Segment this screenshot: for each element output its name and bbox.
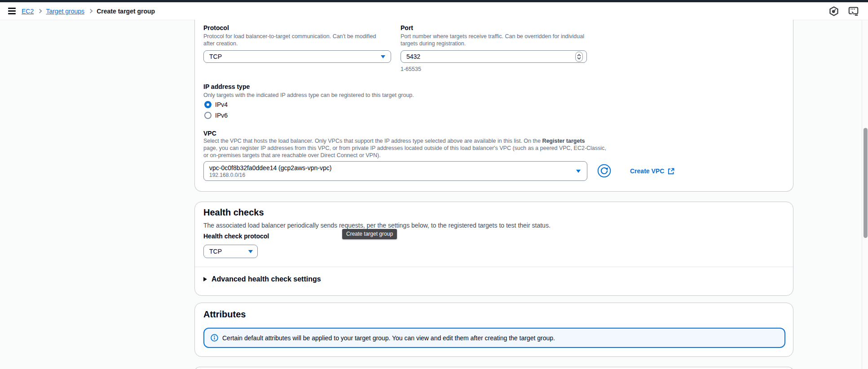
info-alert: Certain default attributes will be appli… bbox=[203, 328, 785, 348]
vpc-select[interactable]: vpc-0c0f8b32fa0ddee14 (gcp2aws-vpn-vpc) … bbox=[203, 161, 587, 181]
port-help-line1: Port number where targets receive traffi… bbox=[401, 33, 584, 40]
radio-ipv6[interactable]: IPv6 bbox=[204, 112, 228, 119]
refresh-vpc-button[interactable] bbox=[597, 164, 611, 178]
port-range-hint: 1-65535 bbox=[401, 66, 421, 72]
vpc-help-line3: or on-premises targets that are reachabl… bbox=[203, 152, 381, 158]
radio-ipv6-label: IPv6 bbox=[215, 112, 228, 119]
attributes-title: Attributes bbox=[203, 309, 246, 320]
external-link-icon bbox=[668, 168, 674, 175]
breadcrumb-link-target-groups[interactable]: Target groups bbox=[46, 8, 84, 15]
breadcrumb-link-ec2[interactable]: EC2 bbox=[22, 8, 34, 15]
info-alert-text: Certain default attributes will be appli… bbox=[222, 334, 555, 342]
protocol-select[interactable]: TCP bbox=[203, 50, 391, 63]
health-checks-description: The associated load balancer periodicall… bbox=[203, 222, 551, 229]
chevron-down-icon bbox=[248, 250, 253, 253]
extension-hexagon-record-icon[interactable] bbox=[828, 6, 839, 17]
breadcrumb: EC2 Target groups Create target group bbox=[22, 8, 155, 15]
vpc-help-line2: page, you can register IP addresses from… bbox=[203, 145, 606, 151]
tooltip: Create target group bbox=[342, 229, 397, 239]
health-check-protocol-label: Health check protocol bbox=[203, 233, 269, 240]
basic-configuration-card: Protocol Protocol for load balancer-to-t… bbox=[194, 20, 793, 192]
chevron-right-icon bbox=[38, 9, 42, 13]
health-checks-title: Health checks bbox=[203, 207, 264, 218]
next-section-card-edge bbox=[194, 367, 793, 369]
port-label: Port bbox=[401, 24, 413, 31]
number-stepper-icon[interactable] bbox=[575, 52, 583, 62]
port-help-line2: targets during registration. bbox=[401, 40, 466, 47]
breadcrumb-bar: EC2 Target groups Create target group bbox=[0, 2, 868, 20]
protocol-select-value: TCP bbox=[204, 53, 222, 60]
protocol-help-line2: after creation. bbox=[203, 40, 238, 47]
breadcrumb-current-page: Create target group bbox=[97, 8, 155, 15]
port-input[interactable]: 5432 bbox=[401, 50, 587, 63]
radio-ipv4[interactable]: IPv4 bbox=[204, 101, 228, 108]
radio-unselected-icon[interactable] bbox=[204, 112, 211, 119]
advanced-health-check-settings-toggle[interactable]: Advanced health check settings bbox=[203, 275, 321, 283]
vpc-select-value: vpc-0c0f8b32fa0ddee14 (gcp2aws-vpn-vpc) bbox=[209, 164, 331, 172]
chevron-right-icon bbox=[88, 9, 93, 13]
advanced-health-check-settings-label: Advanced health check settings bbox=[211, 275, 321, 283]
health-check-protocol-select[interactable]: TCP bbox=[203, 245, 258, 258]
vpc-help-line1: Select the VPC that hosts the load balan… bbox=[203, 138, 585, 144]
attributes-card: Attributes Certain default attributes wi… bbox=[194, 303, 793, 357]
ip-address-type-help: Only targets with the indicated IP addre… bbox=[203, 92, 414, 98]
scrollbar-track[interactable] bbox=[862, 20, 868, 369]
screencast-cursor-icon[interactable] bbox=[848, 6, 859, 17]
radio-selected-icon[interactable] bbox=[204, 101, 211, 108]
port-input-value: 5432 bbox=[401, 53, 420, 60]
expand-triangle-icon bbox=[203, 277, 207, 281]
vpc-select-cidr: 192.168.0.0/16 bbox=[209, 172, 331, 179]
health-checks-card: Health checks The associated load balanc… bbox=[194, 202, 793, 296]
protocol-help-line1: Protocol for load balancer-to-target com… bbox=[203, 33, 376, 40]
radio-ipv4-label: IPv4 bbox=[215, 101, 228, 108]
scrollbar-thumb[interactable] bbox=[864, 128, 868, 238]
section-divider bbox=[195, 267, 793, 267]
chevron-down-icon bbox=[576, 170, 581, 173]
create-vpc-link[interactable]: Create VPC bbox=[630, 167, 674, 175]
info-icon bbox=[211, 334, 218, 342]
chevron-down-icon bbox=[381, 55, 385, 58]
ip-address-type-label: IP address type bbox=[203, 83, 250, 90]
health-check-protocol-value: TCP bbox=[204, 248, 222, 255]
create-vpc-label: Create VPC bbox=[630, 167, 664, 175]
vpc-label: VPC bbox=[203, 130, 216, 137]
menu-icon[interactable] bbox=[8, 8, 16, 14]
protocol-label: Protocol bbox=[203, 24, 229, 31]
